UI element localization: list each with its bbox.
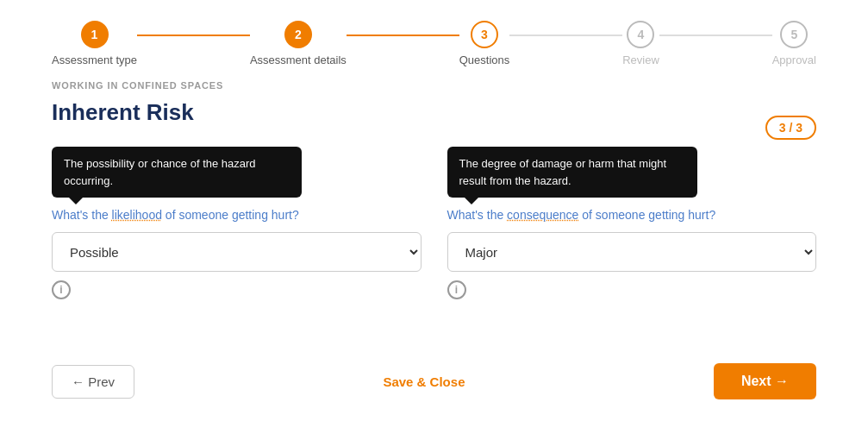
consequence-column: The degree of damage or harm that might … [447,147,817,299]
step-4-label: Review [622,53,659,66]
likelihood-column: The possibility or chance of the hazard … [52,147,422,299]
step-1-circle: 1 [81,21,109,48]
connector-1 [137,35,250,36]
footer: ← Prev Save & Close Next → [0,343,868,420]
questions-row: The possibility or chance of the hazard … [52,147,816,299]
main-content: WORKING IN CONFINED SPACES Inherent Risk… [0,80,868,334]
consequence-select[interactable]: Major Minor Moderate Catastrophic Insign… [447,232,817,272]
save-close-button[interactable]: Save & Close [383,374,465,389]
consequence-tooltip: The degree of damage or harm that might … [447,147,697,198]
consequence-question-prefix: What's the [447,208,508,222]
step-5-label: Approval [772,53,816,66]
likelihood-question: What's the likelihood of someone getting… [52,208,422,222]
step-5-circle: 5 [780,21,808,48]
consequence-info-icon[interactable]: i [447,280,466,299]
step-3-label: Questions [459,53,510,66]
consequence-keyword: consequence [507,208,578,222]
likelihood-select[interactable]: Possible Likely Unlikely Almost Certain … [52,232,422,272]
prev-button[interactable]: ← Prev [52,365,134,399]
likelihood-tooltip: The possibility or chance of the hazard … [52,147,302,198]
step-5: 5 Approval [772,21,816,66]
connector-4 [659,35,772,36]
next-button[interactable]: Next → [714,363,816,399]
page-title: Inherent Risk [52,99,816,126]
section-label: WORKING IN CONFINED SPACES [52,80,816,91]
likelihood-question-prefix: What's the [52,208,112,222]
step-2: 2 Assessment details [250,21,347,66]
step-3: 3 Questions [459,21,510,66]
step-1: 1 Assessment type [52,21,137,66]
step-1-label: Assessment type [52,53,137,66]
step-3-circle: 3 [471,21,498,48]
step-2-label: Assessment details [250,53,347,66]
step-4: 4 Review [622,21,659,66]
stepper: 1 Assessment type 2 Assessment details 3… [0,0,868,80]
step-2-circle: 2 [284,21,312,48]
connector-3 [509,35,622,36]
likelihood-keyword: likelihood [112,208,162,222]
likelihood-info-icon[interactable]: i [52,280,71,299]
step-4-circle: 4 [627,21,654,48]
counter-badge: 3 / 3 [765,116,816,140]
consequence-question: What's the consequence of someone gettin… [447,208,817,222]
consequence-question-suffix: of someone getting hurt? [578,208,715,222]
likelihood-question-suffix: of someone getting hurt? [162,208,299,222]
connector-2 [347,35,459,36]
